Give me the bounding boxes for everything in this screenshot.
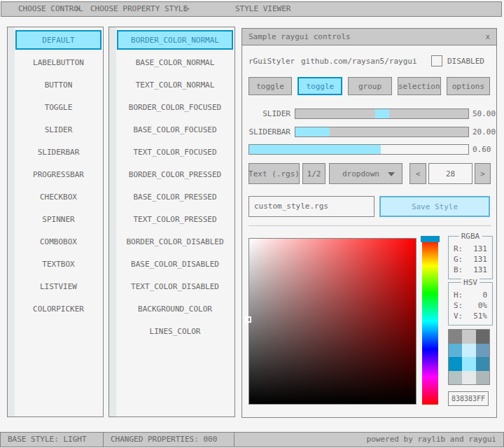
property-list-item-label: BASE_COLOR_FOCUSED bbox=[133, 125, 216, 134]
property-list-item-label: BORDER_COLOR_PRESSED bbox=[129, 170, 221, 179]
property-list-item[interactable]: LINES_COLOR bbox=[117, 321, 233, 341]
control-list-item[interactable]: PROGRESSBAR bbox=[15, 164, 102, 184]
toggle-button[interactable]: toggle bbox=[248, 77, 292, 95]
slider-value: 50.00 bbox=[472, 108, 496, 119]
spinner-increment-button[interactable]: > bbox=[475, 163, 491, 184]
control-list-item[interactable]: SPINNER bbox=[15, 209, 102, 229]
toggle-button[interactable]: group bbox=[348, 77, 391, 95]
color-swatch bbox=[462, 344, 475, 358]
property-list-item[interactable]: BORDER_COLOR_DISABLED bbox=[117, 232, 233, 251]
property-list-item[interactable]: BASE_COLOR_NORMAL bbox=[117, 52, 233, 72]
spinner-decrement-button[interactable]: < bbox=[410, 163, 426, 184]
progressbar bbox=[248, 144, 469, 155]
toggle-button-label: options bbox=[452, 82, 484, 91]
disabled-checkbox-label: DISABLED bbox=[447, 56, 484, 67]
status-changed-properties-label: CHANGED PROPERTIES: 000 bbox=[111, 435, 217, 444]
step-separator-icon: > bbox=[76, 2, 80, 16]
divider-line bbox=[248, 225, 491, 226]
control-list-item[interactable]: COMBOBOX bbox=[15, 232, 102, 251]
properties-scrollbar[interactable] bbox=[109, 27, 116, 416]
control-list-item[interactable]: LISTVIEW bbox=[15, 276, 102, 296]
close-icon[interactable]: x bbox=[485, 29, 490, 45]
slider-track[interactable] bbox=[295, 108, 469, 119]
property-list-item[interactable]: TEXT_COLOR_FOCUSED bbox=[117, 142, 233, 162]
channel-value: 131 bbox=[473, 254, 487, 265]
hue-bar[interactable] bbox=[422, 238, 438, 405]
text-rgs-button[interactable]: Text (.rgs) bbox=[248, 163, 300, 184]
control-list-item-label: SLIDERBAR bbox=[38, 148, 80, 157]
toggle-button[interactable]: toggle bbox=[298, 77, 342, 95]
control-list-item[interactable]: LABELBUTTON bbox=[15, 52, 102, 72]
hex-color-input[interactable]: 838383FF bbox=[448, 391, 489, 406]
dropdown-value: dropdown bbox=[342, 169, 379, 178]
property-list-item-label: BORDER_COLOR_FOCUSED bbox=[129, 103, 221, 112]
property-list-item-label: TEXT_COLOR_NORMAL bbox=[136, 80, 215, 90]
status-powered-by-label: powered by raylib and raygui bbox=[367, 435, 496, 444]
property-list-item[interactable]: BASE_COLOR_FOCUSED bbox=[117, 120, 233, 139]
controls-panel: DEFAULT LABELBUTTON BUTTON TOGGLE SLIDER bbox=[7, 27, 104, 417]
disabled-checkbox[interactable] bbox=[431, 55, 442, 66]
color-channel-row: R: 131 bbox=[449, 244, 492, 254]
color-swatch bbox=[476, 344, 489, 358]
progressbar-value: 0.60 bbox=[472, 144, 491, 155]
controls-scrollbar[interactable] bbox=[8, 27, 15, 416]
control-list-item[interactable]: TEXTBOX bbox=[15, 254, 102, 274]
toggle-button[interactable]: options bbox=[447, 77, 490, 95]
dropdown[interactable]: dropdown bbox=[329, 163, 402, 184]
color-swatch bbox=[449, 344, 462, 358]
control-list-item[interactable]: BUTTON bbox=[15, 75, 102, 94]
filename-input[interactable]: custom_style.rgs bbox=[248, 196, 374, 217]
property-list-item[interactable]: BORDER_COLOR_PRESSED bbox=[117, 164, 233, 184]
control-list-item-label: LABELBUTTON bbox=[33, 58, 84, 67]
property-list-item[interactable]: TEXT_COLOR_PRESSED bbox=[117, 209, 233, 229]
control-list-item-label: CHECKBOX bbox=[40, 192, 77, 202]
color-saturation-value-panel[interactable] bbox=[248, 238, 416, 405]
text-rgs-button-label: Text (.rgs) bbox=[248, 169, 300, 178]
control-list-item[interactable]: SLIDER bbox=[15, 120, 102, 139]
sliderbar-fill bbox=[295, 127, 330, 136]
color-channel-row: H: 0 bbox=[449, 290, 492, 300]
color-swatch bbox=[449, 371, 462, 385]
status-powered-by: powered by raylib and raygui bbox=[234, 432, 504, 447]
control-list-item-label: LISTVIEW bbox=[40, 282, 77, 291]
control-list-item[interactable]: CHECKBOX bbox=[15, 187, 102, 206]
color-channel-row: B: 131 bbox=[449, 265, 492, 275]
control-list-item[interactable]: SLIDERBAR bbox=[15, 142, 102, 162]
slider-handle[interactable] bbox=[375, 109, 389, 118]
save-style-button[interactable]: Save Style bbox=[379, 196, 490, 217]
spinner-value-box[interactable]: 28 bbox=[428, 163, 472, 184]
color-channel-row: V: 51% bbox=[449, 311, 492, 321]
channel-value: 0% bbox=[478, 300, 487, 311]
control-list-item-label: COLORPICKER bbox=[33, 304, 84, 314]
property-list-item-label: BASE_COLOR_DISABLED bbox=[131, 260, 219, 269]
color-swatch bbox=[462, 330, 475, 344]
property-list-item[interactable]: BORDER_COLOR_FOCUSED bbox=[117, 97, 233, 117]
property-list-item[interactable]: BASE_COLOR_PRESSED bbox=[117, 187, 233, 206]
property-list-item-label: BASE_COLOR_PRESSED bbox=[133, 192, 216, 202]
half-button[interactable]: 1/2 bbox=[302, 163, 326, 184]
toggle-button[interactable]: selection bbox=[398, 77, 441, 95]
control-list-item[interactable]: COLORPICKER bbox=[15, 299, 102, 318]
property-list-item-label: BASE_COLOR_NORMAL bbox=[136, 58, 215, 67]
color-picker-cursor[interactable] bbox=[245, 316, 251, 323]
color-swatch bbox=[476, 371, 489, 385]
control-list-item[interactable]: TOGGLE bbox=[15, 97, 102, 117]
property-list-item[interactable]: BORDER_COLOR_NORMAL bbox=[117, 30, 233, 50]
property-list-item[interactable]: BACKGROUND_COLOR bbox=[117, 299, 233, 318]
toggle-button-label: toggle bbox=[306, 82, 334, 91]
sliderbar-track[interactable] bbox=[295, 127, 469, 137]
step-separator-icon: > bbox=[185, 2, 190, 16]
hue-handle[interactable] bbox=[421, 236, 440, 242]
control-list-item-label: DEFAULT bbox=[42, 36, 74, 45]
rguistyler-app: CHOOSE CONTROL > CHOOSE PROPERTY STYLE >… bbox=[0, 0, 504, 448]
property-list-item[interactable]: TEXT_COLOR_NORMAL bbox=[117, 75, 233, 94]
property-list-item[interactable]: TEXT_COLOR_DISABLED bbox=[117, 276, 233, 296]
property-list-item-label: TEXT_COLOR_PRESSED bbox=[133, 215, 216, 224]
spinner-value: 28 bbox=[446, 169, 455, 178]
property-list-item[interactable]: BASE_COLOR_DISABLED bbox=[117, 254, 233, 274]
control-list-item[interactable]: DEFAULT bbox=[15, 30, 102, 50]
control-list-item-label: SPINNER bbox=[42, 215, 74, 224]
property-list-item-label: TEXT_COLOR_DISABLED bbox=[131, 282, 219, 291]
style-color-palette bbox=[448, 329, 490, 385]
rgba-rows: R: 131 G: 131 B: 131 bbox=[449, 244, 492, 275]
